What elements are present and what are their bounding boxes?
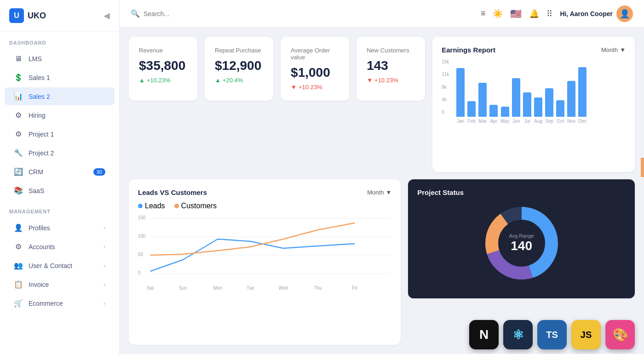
svg-text:50: 50	[138, 251, 143, 257]
bar-label-May: May	[500, 119, 509, 124]
sidebar-item-ecommerce[interactable]: 🛒 Ecommerce ›	[5, 294, 115, 312]
stat-change-2: ▼+10.23%	[291, 84, 339, 91]
sidebar-section-label: MANAGEMENT	[0, 200, 119, 218]
sidebar-item-sales1[interactable]: 💲 Sales 1	[5, 69, 115, 86]
header-actions: ≡ ☀️ 🇺🇸 🔔 ⠿ Hi, Aaron Cooper 👤	[481, 6, 633, 22]
bar-label-Mar: Mar	[479, 119, 487, 124]
y-labels: 15k 11k 8k 4k 0	[442, 59, 449, 114]
sidebar-item-label: CRM	[29, 168, 43, 176]
tech-icon-1: ⚛	[503, 320, 533, 349]
metric-cards-2: Average Order value $1,000 ▼+10.23% New …	[281, 37, 425, 172]
month-selector[interactable]: Month ▼	[601, 46, 626, 53]
sidebar-item-label: User & Contact	[29, 262, 72, 269]
legend-dot	[174, 204, 179, 208]
bar-label-Apr: Apr	[490, 119, 497, 124]
svg-text:150: 150	[138, 215, 145, 220]
project2-icon: 🔧	[14, 148, 23, 157]
bar-Apr	[489, 105, 498, 117]
lms-icon: 🖥	[14, 55, 23, 63]
search-icon: 🔍	[131, 9, 140, 18]
sidebar-item-saas[interactable]: 📚 SaaS	[5, 182, 115, 200]
bar-May	[501, 107, 509, 117]
sidebar-item-user-contact[interactable]: 👥 User & Contact ›	[5, 257, 115, 274]
sidebar-item-lms[interactable]: 🖥 LMS	[5, 50, 115, 68]
bar-label-Nov: Nov	[567, 119, 575, 124]
chevron-icon: ›	[104, 281, 105, 288]
sidebar-item-hiring[interactable]: ⚙ Hiring	[5, 106, 115, 124]
svg-text:Thu: Thu	[314, 285, 322, 291]
sidebar-item-label: Sales 1	[29, 74, 50, 81]
metric-card-3: New Customers 143 ▼+10.23%	[356, 37, 425, 101]
avatar: 👤	[616, 6, 633, 22]
hiring-icon: ⚙	[14, 111, 23, 120]
bar-Aug	[534, 97, 542, 117]
search-input[interactable]	[144, 10, 236, 17]
metric-cards: Revenue $35,800 ▲+10.23% Repeat Purchase…	[129, 37, 273, 172]
tech-icon-0: N	[469, 320, 499, 349]
notification-icon[interactable]: 🔔	[529, 9, 539, 19]
svg-text:Tue: Tue	[247, 285, 254, 291]
user-info: Hi, Aaron Cooper 👤	[560, 6, 633, 22]
sidebar-item-accounts[interactable]: ⚙ Accounts ›	[5, 238, 115, 256]
sidebar-item-crm[interactable]: 🔄 CRM 30	[5, 163, 115, 181]
tech-icon-4: 🎨	[605, 320, 635, 349]
logo-text: UKO	[28, 11, 46, 21]
invoice-icon: 📋	[14, 280, 23, 289]
menu-lines-icon[interactable]: ≡	[481, 9, 486, 18]
sidebar-item-project2[interactable]: 🔧 Project 2	[5, 144, 115, 162]
sidebar-nav: DASHBOARD🖥 LMS 💲 Sales 1 📊 Sales 2 ⚙ Hir…	[0, 32, 119, 313]
sidebar-item-label: LMS	[29, 55, 42, 63]
sidebar-item-label: Profiles	[29, 224, 50, 232]
stat-change-3: ▼+10.23%	[367, 77, 415, 84]
language-flag-icon[interactable]: 🇺🇸	[510, 8, 522, 19]
leads-title: Leads VS Customers	[138, 188, 207, 196]
leads-card-header: Leads VS Customers Month ▼	[138, 188, 391, 196]
project-status-card: Project Status	[408, 179, 635, 298]
bar-label-Dec: Dec	[578, 119, 586, 124]
sidebar-item-project1[interactable]: ⚙ Project 1	[5, 125, 115, 143]
bar-Sep	[545, 88, 553, 117]
sales2-icon: 📊	[14, 92, 23, 101]
bar-label-Jan: Jan	[457, 119, 464, 124]
sidebar: U UKO ◀ DASHBOARD🖥 LMS 💲 Sales 1 📊 Sales…	[0, 0, 120, 354]
theme-toggle-icon[interactable]: ☀️	[493, 9, 503, 19]
collapse-button[interactable]: ◀	[104, 11, 110, 21]
search-box: 🔍	[131, 9, 473, 18]
top-row: Revenue $35,800 ▲+10.23% Repeat Purchase…	[129, 37, 635, 172]
bar-column: Jul	[523, 92, 531, 124]
leads-month-selector[interactable]: Month ▼	[367, 189, 391, 196]
earnings-chart-container: 15k 11k 8k 4k 0 Jan Feb Mar Apr May Jun …	[442, 59, 626, 124]
profiles-icon: 👤	[14, 223, 23, 232]
stat-label-3: New Customers	[367, 47, 415, 54]
svg-text:Sat: Sat	[147, 285, 154, 291]
project-status-header: Project Status	[417, 188, 626, 196]
earnings-card-header: Earnings Report Month ▼	[442, 46, 626, 54]
sidebar-item-profiles[interactable]: 👤 Profiles ›	[5, 219, 115, 237]
svg-text:Fri: Fri	[352, 285, 357, 291]
chevron-icon: ›	[104, 263, 105, 269]
sidebar-item-label: Ecommerce	[29, 300, 63, 307]
right-bottom-col: Project Status	[408, 179, 635, 345]
bar-label-Jun: Jun	[512, 119, 520, 124]
apps-grid-icon[interactable]: ⠿	[546, 9, 552, 19]
user-contact-icon: 👥	[14, 261, 23, 270]
sidebar-item-invoice[interactable]: 📋 Invoice ›	[5, 275, 115, 293]
sidebar-item-label: Invoice	[29, 281, 49, 288]
project-status-title: Project Status	[417, 188, 464, 196]
bar-Mar	[478, 83, 487, 117]
legend-leads: Leads	[138, 202, 165, 210]
bar-column: Feb	[467, 101, 476, 124]
stat-change-0: ▲+10.23%	[139, 77, 187, 84]
project1-icon: ⚙	[14, 130, 23, 138]
svg-text:Wed: Wed	[279, 285, 288, 291]
bar-Feb	[467, 101, 476, 117]
legend-dot	[138, 204, 143, 208]
sidebar-item-label: SaaS	[29, 187, 44, 194]
sales1-icon: 💲	[14, 73, 23, 82]
sidebar-item-label: Project 1	[29, 131, 54, 138]
layouts-tab[interactable]: Layouts	[641, 158, 644, 177]
sidebar-item-label: Project 2	[29, 149, 54, 157]
saas-icon: 📚	[14, 186, 23, 195]
stat-label-0: Revenue	[139, 47, 187, 54]
sidebar-item-sales2[interactable]: 📊 Sales 2	[5, 87, 115, 105]
